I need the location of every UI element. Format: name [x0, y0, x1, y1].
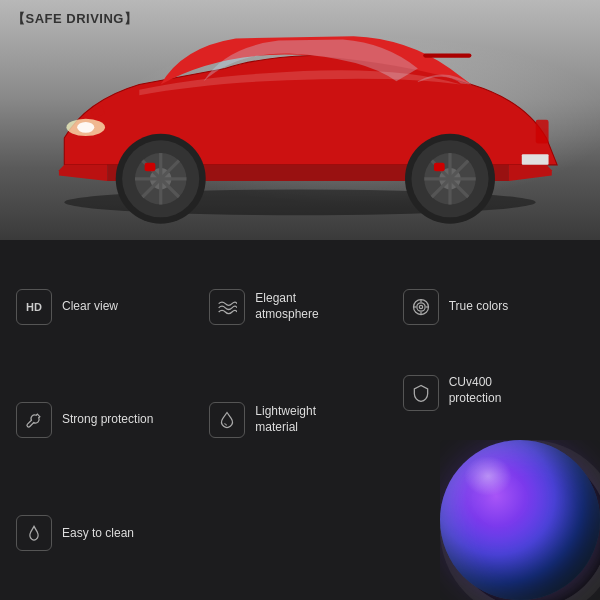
svg-point-25 [416, 302, 424, 310]
strong-protection-label: Strong protection [62, 412, 153, 428]
svg-rect-9 [145, 163, 156, 172]
shield-icon [403, 375, 439, 411]
waterdrop-icon [16, 515, 52, 551]
svg-rect-21 [536, 120, 549, 144]
feature-easy-to-clean: Easy to clean [10, 477, 203, 590]
target-icon [403, 289, 439, 325]
car-section: 【SAFE DRIVING】 [0, 0, 600, 240]
easy-to-clean-label: Easy to clean [62, 526, 134, 542]
hd-clear-view-label: Clear view [62, 299, 118, 315]
feature-hd-clear-view: HD Clear view [10, 250, 203, 363]
svg-point-20 [77, 122, 94, 133]
elegant-atmosphere-label: Elegantatmosphere [255, 291, 318, 322]
svg-point-26 [419, 305, 422, 308]
feature-strong-protection: Strong protection [10, 363, 203, 476]
feature-elegant-atmosphere: Elegantatmosphere [203, 250, 396, 363]
true-colors-label: True colors [449, 299, 509, 315]
wave-icon [209, 289, 245, 325]
svg-rect-18 [434, 163, 445, 172]
cuv400-label: CUv400protection [449, 375, 502, 406]
page-title: 【SAFE DRIVING】 [12, 10, 137, 28]
sphere-decoration [440, 440, 600, 600]
wrench-icon [16, 402, 52, 438]
svg-rect-22 [522, 154, 549, 165]
svg-rect-23 [423, 53, 471, 57]
feature-lightweight-material: Lightweightmaterial [203, 363, 396, 476]
drop-icon [209, 402, 245, 438]
features-section: HD Clear view Elegantatmosphere [0, 240, 600, 600]
lightweight-material-label: Lightweightmaterial [255, 404, 316, 435]
car-image [0, 20, 600, 224]
hd-icon: HD [16, 289, 52, 325]
feature-true-colors: True colors [397, 250, 590, 363]
